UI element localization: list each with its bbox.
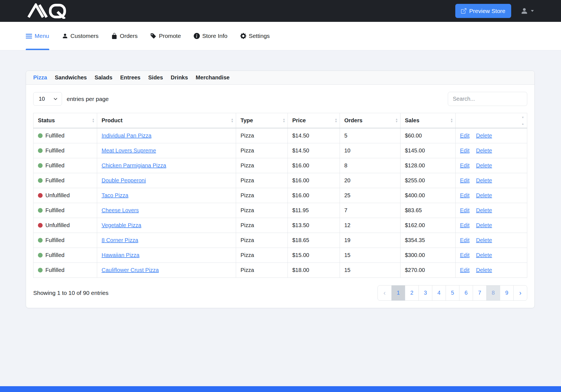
brand-logo[interactable]: [25, 3, 72, 19]
delete-link[interactable]: Delete: [476, 177, 492, 183]
price-cell: $18.00: [288, 263, 340, 277]
per-page-select[interactable]: 10: [33, 92, 62, 106]
bottom-accent-bar: [0, 386, 561, 392]
table-row: Fulfilled Hawaiian Pizza Pizza $15.00 15…: [33, 248, 527, 263]
product-link[interactable]: Cauliflower Crust Pizza: [102, 267, 159, 273]
nav-item-customers[interactable]: Customers: [62, 22, 99, 50]
pagination-page-9[interactable]: 9: [500, 285, 513, 300]
column-header-actions[interactable]: ▾▴: [456, 113, 527, 128]
hamburger-icon: [26, 33, 32, 39]
product-link[interactable]: Cheese Lovers: [102, 207, 139, 213]
tab-salads[interactable]: Salads: [95, 74, 112, 81]
topbar: Preview Store: [0, 0, 561, 22]
pagination-page-7[interactable]: 7: [473, 285, 486, 300]
entries-per-page-label: entries per page: [67, 96, 109, 102]
product-link[interactable]: Taco Pizza: [102, 192, 128, 198]
pagination-page-1[interactable]: 1: [391, 285, 405, 300]
edit-link[interactable]: Edit: [460, 237, 469, 243]
topbar-actions: Preview Store: [455, 4, 534, 18]
pagination-page-2[interactable]: 2: [405, 285, 418, 300]
caret-down-icon: [531, 9, 534, 13]
pagination-page-3[interactable]: 3: [418, 285, 432, 300]
edit-link[interactable]: Edit: [460, 192, 469, 198]
product-link[interactable]: Double Pepperoni: [102, 177, 146, 183]
delete-link[interactable]: Delete: [476, 192, 492, 198]
delete-link[interactable]: Delete: [476, 207, 492, 213]
delete-link[interactable]: Delete: [476, 222, 492, 228]
content: Pizza Sandwiches Salads Entrees Sides Dr…: [0, 50, 561, 308]
column-header-status[interactable]: Status▴▾: [33, 113, 97, 128]
tab-merchandise[interactable]: Merchandise: [196, 74, 229, 81]
delete-link[interactable]: Delete: [476, 252, 492, 258]
product-link[interactable]: Vegetable Pizza: [102, 222, 141, 228]
edit-link[interactable]: Edit: [460, 252, 469, 258]
orders-cell: 10: [340, 143, 400, 158]
product-link[interactable]: Meat Lovers Supreme: [102, 147, 156, 154]
sales-cell: $60.00: [400, 128, 456, 143]
product-link[interactable]: Hawaiian Pizza: [102, 252, 139, 258]
card-body: 10 entries per page: [26, 85, 534, 308]
sales-cell: $83.65: [400, 203, 456, 218]
preview-store-button[interactable]: Preview Store: [455, 4, 511, 18]
external-link-icon: [461, 8, 466, 14]
column-header-product[interactable]: Product▴▾: [97, 113, 236, 128]
chevron-down-icon: [53, 97, 58, 101]
product-link[interactable]: 8 Corner Pizza: [102, 237, 138, 243]
nav-item-store-info[interactable]: Store Info: [194, 22, 227, 50]
tab-pizza[interactable]: Pizza: [33, 74, 47, 81]
table-footer: Showing 1 to 10 of 90 entries ‹ 1 2 3 4 …: [33, 285, 527, 301]
nav-item-label: Promote: [159, 33, 181, 39]
edit-link[interactable]: Edit: [460, 162, 469, 168]
pagination-page-4[interactable]: 4: [432, 285, 446, 300]
price-cell: $13.50: [288, 218, 340, 233]
search-input[interactable]: [448, 92, 527, 106]
type-cell: Pizza: [236, 233, 288, 248]
status-label: Unfulfilled: [45, 222, 70, 228]
table-row: Fulfilled Cheese Lovers Pizza $11.95 7 $…: [33, 203, 527, 218]
type-cell: Pizza: [236, 173, 288, 188]
edit-link[interactable]: Edit: [460, 207, 469, 213]
edit-link[interactable]: Edit: [460, 222, 469, 228]
pagination-prev[interactable]: ‹: [378, 285, 391, 300]
edit-link[interactable]: Edit: [460, 267, 469, 273]
nav-item-settings[interactable]: Settings: [240, 22, 270, 50]
pagination-page-8[interactable]: 8: [486, 285, 500, 300]
tab-sandwiches[interactable]: Sandwiches: [55, 74, 87, 81]
per-page-value: 10: [39, 96, 45, 102]
column-header-orders[interactable]: Orders▴▾: [340, 113, 400, 128]
nav-item-menu[interactable]: Menu: [26, 22, 49, 50]
column-header-price[interactable]: Price▴▾: [288, 113, 340, 128]
column-header-sales[interactable]: Sales▴▾: [400, 113, 456, 128]
nav-item-orders[interactable]: Orders: [111, 22, 138, 50]
type-cell: Pizza: [236, 158, 288, 173]
pagination-page-5[interactable]: 5: [446, 285, 459, 300]
orders-cell: 5: [340, 128, 400, 143]
pagination-next[interactable]: ›: [513, 285, 527, 300]
nav-item-promote[interactable]: Promote: [150, 22, 181, 50]
delete-link[interactable]: Delete: [476, 162, 492, 168]
pagination-page-6[interactable]: 6: [459, 285, 473, 300]
main-nav: Menu Customers Orders P: [0, 22, 561, 50]
product-link[interactable]: Chicken Parmigiana Pizza: [102, 162, 166, 168]
status-label: Fulfilled: [45, 177, 64, 183]
product-link[interactable]: Individual Pan Pizza: [102, 133, 151, 139]
edit-link[interactable]: Edit: [460, 133, 469, 139]
tab-entrees[interactable]: Entrees: [120, 74, 140, 81]
delete-link[interactable]: Delete: [476, 237, 492, 243]
delete-link[interactable]: Delete: [476, 267, 492, 273]
type-cell: Pizza: [236, 263, 288, 277]
edit-link[interactable]: Edit: [460, 147, 469, 154]
person-icon: [62, 33, 68, 39]
delete-link[interactable]: Delete: [476, 147, 492, 154]
tab-drinks[interactable]: Drinks: [171, 74, 188, 81]
delete-link[interactable]: Delete: [476, 133, 492, 139]
sales-cell: $255.00: [400, 173, 456, 188]
edit-link[interactable]: Edit: [460, 177, 469, 183]
user-menu[interactable]: [521, 7, 534, 15]
nav-item-label: Customers: [71, 33, 99, 39]
tab-sides[interactable]: Sides: [148, 74, 163, 81]
showing-entries: Showing 1 to 10 of 90 entries: [33, 290, 108, 296]
menu-card: Pizza Sandwiches Salads Entrees Sides Dr…: [26, 71, 535, 308]
column-header-type[interactable]: Type▴▾: [236, 113, 288, 128]
sort-icon: ▴▾: [92, 118, 94, 123]
